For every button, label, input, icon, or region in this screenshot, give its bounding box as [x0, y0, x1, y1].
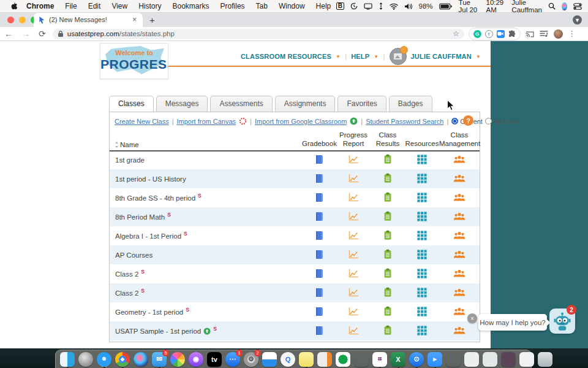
class-management-icon[interactable] — [453, 212, 466, 221]
control-center-icon[interactable] — [573, 3, 582, 10]
gradebook-icon[interactable] — [314, 174, 324, 183]
resources-icon[interactable] — [417, 250, 427, 259]
dock-item[interactable]: X — [391, 352, 405, 367]
radio-icon[interactable] — [485, 118, 492, 125]
dock-item[interactable] — [483, 352, 497, 367]
dock-item[interactable] — [78, 352, 93, 367]
radio-icon[interactable] — [451, 118, 458, 125]
resources-icon[interactable] — [417, 155, 427, 164]
dock-item[interactable]: ◉ — [189, 352, 203, 367]
menu-bar-item[interactable]: Help — [311, 2, 337, 10]
progress-report-icon[interactable] — [348, 231, 359, 240]
forward-button[interactable]: → — [17, 29, 34, 39]
fast-user-switch[interactable]: Julie Cauffman — [511, 0, 542, 13]
new-tab-button[interactable]: + — [149, 15, 155, 25]
dock-item[interactable]: ✉ 5 — [152, 352, 167, 367]
class-results-icon[interactable] — [383, 306, 392, 316]
dock-item[interactable] — [336, 352, 350, 367]
window-minimize-button[interactable] — [19, 17, 26, 23]
cast-icon[interactable] — [526, 31, 534, 37]
dock-item[interactable] — [317, 352, 332, 367]
menu-bar-item[interactable]: Edit — [83, 2, 107, 10]
page-tab[interactable]: Classes — [109, 96, 154, 113]
help-menu[interactable]: HELP — [351, 53, 369, 60]
extensions-puzzle-icon[interactable] — [508, 30, 516, 37]
resources-icon[interactable] — [417, 193, 427, 202]
page-tab[interactable]: Assessments — [210, 96, 272, 112]
class-results-icon[interactable] — [383, 249, 392, 259]
column-name[interactable]: Name — [120, 141, 139, 148]
progress-logo[interactable]: Welcome to PROGRESS — [100, 43, 168, 79]
tab-search-button[interactable]: ▼ — [573, 15, 582, 25]
class-results-icon[interactable] — [383, 211, 392, 221]
menu-bar-item[interactable]: Window — [273, 2, 311, 10]
filter-radio-option[interactable]: Archived — [485, 118, 520, 125]
window-close-button[interactable] — [7, 17, 14, 23]
class-management-icon[interactable] — [453, 288, 466, 297]
dock-item[interactable] — [464, 352, 479, 367]
progress-report-icon[interactable] — [348, 155, 359, 164]
dock-item[interactable]: ▸ — [428, 352, 442, 367]
display-icon[interactable] — [364, 3, 372, 10]
address-bar[interactable]: usatestprep.com/states/states.php ☆ — [53, 29, 464, 39]
page-tab[interactable]: Assignments — [275, 96, 336, 112]
reading-list-icon[interactable] — [540, 30, 548, 37]
class-results-icon[interactable] — [383, 287, 392, 297]
resources-icon[interactable] — [417, 212, 427, 221]
dock-item[interactable] — [354, 352, 369, 367]
reload-button[interactable]: ⟳ — [34, 29, 50, 39]
class-results-icon[interactable] — [383, 192, 392, 202]
dock-item[interactable] — [538, 352, 552, 367]
dock-item[interactable]: tv — [207, 352, 222, 367]
gradebook-icon[interactable] — [314, 250, 324, 259]
bookmark-star-icon[interactable]: ☆ — [453, 29, 459, 38]
page-tab[interactable]: Badges — [389, 96, 432, 112]
dock-item[interactable] — [115, 352, 130, 367]
progress-report-icon[interactable] — [348, 269, 359, 278]
apple-menu-icon[interactable] — [6, 2, 21, 10]
battery-icon[interactable] — [439, 3, 453, 10]
gradebook-icon[interactable] — [314, 155, 324, 164]
gradebook-icon[interactable] — [314, 212, 324, 221]
time-machine-icon[interactable] — [350, 2, 358, 10]
input-switch-icon[interactable] — [379, 2, 383, 10]
volume-icon[interactable] — [404, 3, 413, 10]
class-results-icon[interactable] — [383, 325, 392, 335]
page-tab[interactable]: Messages — [156, 96, 208, 112]
progress-report-icon[interactable] — [348, 193, 359, 202]
class-management-icon[interactable] — [453, 155, 466, 164]
resources-icon[interactable] — [417, 326, 427, 335]
progress-report-icon[interactable] — [348, 174, 359, 183]
info-extension-icon[interactable]: i — [485, 30, 493, 38]
wifi-icon[interactable] — [390, 3, 398, 10]
bitdefender-icon[interactable]: B — [336, 2, 344, 10]
progress-report-icon[interactable] — [348, 288, 359, 297]
classroom-resources-menu[interactable]: CLASSROOM RESOURCES — [241, 53, 331, 60]
class-management-icon[interactable] — [453, 250, 466, 259]
dock-item[interactable] — [446, 352, 461, 367]
class-results-icon[interactable] — [383, 173, 392, 183]
browser-tab[interactable]: (2) New Messages! × — [34, 12, 143, 27]
dock-item[interactable] — [519, 352, 534, 367]
dock-item[interactable] — [60, 352, 75, 367]
chat-bubble[interactable]: How may I help you? — [478, 314, 547, 331]
class-management-icon[interactable] — [453, 231, 466, 240]
menu-bar-item[interactable]: Chrome — [21, 2, 59, 10]
menu-bar-date[interactable]: Tue Jul 20 — [459, 0, 480, 13]
page-tab[interactable]: Favorites — [337, 96, 386, 112]
class-management-icon[interactable] — [453, 174, 466, 183]
progress-report-icon[interactable] — [348, 326, 359, 335]
class-management-icon[interactable] — [453, 326, 466, 335]
help-button[interactable]: ? — [463, 115, 473, 126]
menu-bar-item[interactable]: History — [133, 2, 167, 10]
dock-item[interactable]: ⊙ — [409, 352, 424, 367]
menu-bar-item[interactable]: Bookmarks — [167, 2, 215, 10]
dock-item[interactable]: ⌗ — [372, 352, 387, 367]
back-button[interactable]: ← — [0, 29, 17, 39]
gradebook-icon[interactable] — [314, 269, 324, 278]
menu-bar-item[interactable]: Tab — [251, 2, 273, 10]
progress-report-icon[interactable] — [348, 212, 359, 221]
spotlight-icon[interactable] — [548, 2, 556, 10]
gradebook-icon[interactable] — [314, 326, 324, 335]
user-avatar[interactable] — [390, 48, 407, 65]
